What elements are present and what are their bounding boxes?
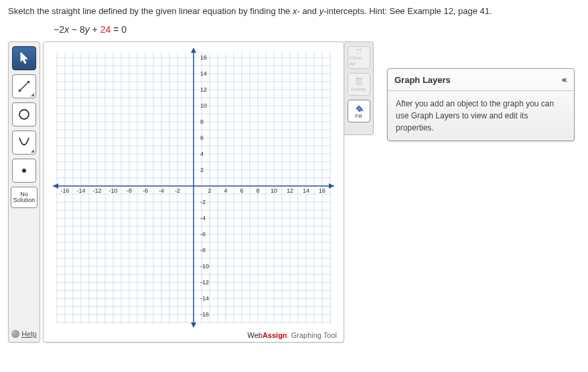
svg-text:14: 14 [200, 70, 207, 77]
instr-b: - and [297, 6, 319, 16]
clear-all-label: Clear All [350, 55, 368, 67]
delete-label: Delete [351, 86, 366, 92]
delete-button[interactable]: Delete [348, 73, 370, 96]
svg-point-120 [361, 110, 363, 112]
instructions-text: Sketch the straight line defined by the … [8, 5, 580, 17]
svg-rect-119 [356, 78, 362, 79]
toolbox: No Solution Help [8, 41, 40, 343]
svg-point-4 [19, 110, 29, 119]
layers-body-text: After you add an object to the graph you… [388, 91, 574, 141]
svg-text:12: 12 [287, 187, 293, 194]
svg-text:10: 10 [271, 187, 277, 194]
graph-layers-panel: Graph Layers « After you add an object t… [387, 68, 575, 141]
svg-text:16: 16 [319, 187, 325, 194]
svg-point-5 [22, 169, 26, 173]
svg-line-1 [19, 82, 29, 91]
svg-text:-16: -16 [200, 311, 209, 318]
fill-label: Fill [355, 113, 362, 119]
svg-text:6: 6 [200, 134, 204, 141]
brand-web: Web [247, 331, 262, 339]
eq-t3: + [90, 24, 100, 35]
svg-text:14: 14 [303, 187, 309, 194]
svg-text:8: 8 [200, 118, 204, 125]
instr-c: -intercepts. [323, 6, 369, 16]
help-label: Help [21, 330, 37, 338]
svg-text:6: 6 [240, 187, 243, 194]
tool-no-solution[interactable]: No Solution [11, 187, 38, 208]
brand-tag: WebAssign. Graphing Tool [247, 331, 337, 339]
svg-marker-0 [21, 52, 27, 64]
collapse-icon[interactable]: « [562, 74, 567, 85]
side-buttons: Clear All Delete Fill [344, 41, 374, 135]
no-solution-label: No Solution [11, 191, 37, 204]
brand-tagline: Graphing Tool [289, 331, 337, 339]
eq-t1: −2 [54, 24, 64, 35]
svg-text:-6: -6 [143, 187, 148, 194]
equation: −2x − 8y + 24 = 0 [54, 24, 580, 35]
svg-marker-76 [329, 183, 334, 189]
brand-assign: Assign [263, 331, 287, 339]
fill-button[interactable]: Fill [348, 100, 370, 122]
svg-text:-8: -8 [127, 187, 132, 194]
eq-x: x [64, 24, 69, 35]
layers-title: Graph Layers [394, 75, 451, 85]
svg-text:-16: -16 [60, 187, 69, 194]
svg-marker-79 [191, 48, 196, 53]
clear-all-button[interactable]: Clear All [348, 46, 370, 69]
svg-text:8: 8 [256, 187, 259, 194]
svg-text:-12: -12 [92, 187, 101, 194]
eq-const: 24 [100, 24, 111, 35]
svg-marker-77 [53, 183, 58, 189]
svg-text:-12: -12 [200, 279, 209, 286]
svg-text:-4: -4 [159, 187, 164, 194]
svg-text:12: 12 [200, 86, 207, 93]
tool-line[interactable] [12, 74, 36, 98]
svg-text:-14: -14 [76, 187, 85, 194]
eq-y: y [85, 24, 90, 35]
eq-t4: = 0 [111, 24, 127, 35]
svg-text:-2: -2 [175, 187, 180, 194]
svg-rect-114 [356, 49, 362, 50]
graph-area[interactable]: -16-14-12-10-8-6-4-224681012141616141210… [43, 41, 344, 343]
instr-hint: Hint: See Example 12, page 41. [369, 6, 492, 16]
eq-t2: − 8 [69, 24, 85, 35]
svg-text:-10: -10 [200, 263, 209, 270]
svg-marker-80 [191, 322, 196, 328]
help-link[interactable]: Help [11, 330, 37, 338]
tool-circle[interactable] [12, 102, 36, 126]
grid-svg: -16-14-12-10-8-6-4-224681012141616141210… [44, 42, 344, 330]
svg-text:-8: -8 [200, 247, 206, 254]
svg-text:-6: -6 [200, 231, 206, 238]
svg-text:10: 10 [200, 102, 207, 109]
svg-text:-14: -14 [200, 295, 209, 302]
svg-rect-113 [356, 50, 360, 54]
svg-text:2: 2 [208, 187, 211, 194]
svg-text:-10: -10 [108, 187, 117, 194]
svg-text:4: 4 [224, 187, 227, 194]
instr-a: Sketch the straight line defined by the … [8, 6, 293, 16]
tool-point[interactable] [12, 159, 36, 183]
svg-text:4: 4 [200, 151, 204, 157]
tool-pointer[interactable] [12, 46, 36, 70]
tool-parabola[interactable] [12, 130, 36, 155]
svg-text:16: 16 [200, 54, 207, 61]
svg-text:-2: -2 [200, 199, 206, 205]
svg-text:-4: -4 [200, 215, 206, 221]
svg-text:2: 2 [200, 167, 204, 173]
